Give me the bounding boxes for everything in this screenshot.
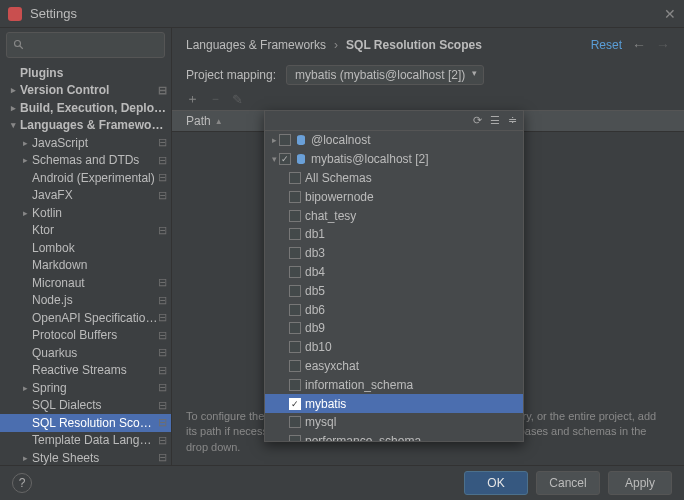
sidebar-item[interactable]: Quarkus⊟ — [0, 344, 171, 362]
checkbox[interactable] — [289, 285, 301, 297]
chevron-icon: ▸ — [20, 383, 30, 393]
schema-item[interactable]: performance_schema — [265, 432, 523, 441]
project-mapping-combo[interactable]: mybatis (mybatis@localhost [2]) — [286, 65, 484, 85]
settings-tree[interactable]: Plugins▸Version Control⊟▸Build, Executio… — [0, 62, 171, 465]
schema-item[interactable]: db3 — [265, 244, 523, 263]
sidebar-item[interactable]: ▸Build, Execution, Deployment — [0, 99, 171, 117]
sidebar-item[interactable]: Node.js⊟ — [0, 292, 171, 310]
schema-item[interactable]: ▸@localnost — [265, 131, 523, 150]
checkbox[interactable] — [289, 266, 301, 278]
sidebar-item[interactable]: Markdown — [0, 257, 171, 275]
sidebar-item[interactable]: ▸Style Sheets⊟ — [0, 449, 171, 465]
sidebar-item[interactable]: OpenAPI Specifications⊟ — [0, 309, 171, 327]
sidebar-item[interactable]: ▸Kotlin — [0, 204, 171, 222]
schema-item[interactable]: All Schemas — [265, 169, 523, 188]
checkbox[interactable] — [289, 172, 301, 184]
chevron-icon — [20, 295, 30, 305]
add-button[interactable]: ＋ — [186, 90, 199, 108]
scope-icon: ⊟ — [158, 434, 167, 447]
chevron-icon — [20, 330, 30, 340]
sidebar-item[interactable]: ▸Schemas and DTDs⊟ — [0, 152, 171, 170]
sidebar-item-label: Spring — [32, 381, 158, 395]
reset-link[interactable]: Reset — [591, 38, 622, 52]
schema-item[interactable]: mybatis — [265, 394, 523, 413]
checkbox[interactable] — [279, 153, 291, 165]
checkbox[interactable] — [289, 341, 301, 353]
search-input[interactable] — [6, 32, 165, 58]
checkbox[interactable] — [289, 398, 301, 410]
schema-item[interactable]: db4 — [265, 263, 523, 282]
checkbox[interactable] — [289, 360, 301, 372]
chevron-icon: ▸ — [20, 155, 30, 165]
schema-label: @localnost — [311, 133, 523, 147]
sidebar: Plugins▸Version Control⊟▸Build, Executio… — [0, 28, 172, 465]
content-pane: Languages & Frameworks › SQL Resolution … — [172, 28, 684, 465]
checkbox[interactable] — [289, 416, 301, 428]
schema-item[interactable]: db9 — [265, 319, 523, 338]
sidebar-item[interactable]: JavaFX⊟ — [0, 187, 171, 205]
schema-label: db9 — [305, 321, 523, 335]
checkbox[interactable] — [289, 435, 301, 441]
sidebar-item[interactable]: Reactive Streams⊟ — [0, 362, 171, 380]
checkbox[interactable] — [289, 379, 301, 391]
table-body[interactable]: ⟳ ☰ ≑ ▸@localnost▾mybatis@localhost [2]A… — [172, 132, 684, 399]
checkbox[interactable] — [289, 304, 301, 316]
schema-item[interactable]: db6 — [265, 300, 523, 319]
sidebar-item-label: Template Data Languages — [32, 433, 158, 447]
svg-point-7 — [297, 160, 305, 164]
sidebar-item[interactable]: ▸Version Control⊟ — [0, 82, 171, 100]
collapse-icon[interactable]: ≑ — [508, 114, 517, 127]
scope-icon: ⊟ — [158, 171, 167, 184]
sidebar-item[interactable]: ▸Spring⊟ — [0, 379, 171, 397]
schema-item[interactable]: db5 — [265, 281, 523, 300]
schema-item[interactable]: easyxchat — [265, 357, 523, 376]
app-icon — [8, 7, 22, 21]
sidebar-item[interactable]: Plugins — [0, 64, 171, 82]
refresh-icon[interactable]: ⟳ — [473, 114, 482, 127]
expand-icon[interactable]: ☰ — [490, 114, 500, 127]
checkbox[interactable] — [289, 191, 301, 203]
sidebar-item[interactable]: Template Data Languages⊟ — [0, 432, 171, 450]
sidebar-item[interactable]: Lombok — [0, 239, 171, 257]
ok-button[interactable]: OK — [464, 471, 528, 495]
help-button[interactable]: ? — [12, 473, 32, 493]
checkbox[interactable] — [289, 322, 301, 334]
scope-icon: ⊟ — [158, 416, 167, 429]
back-icon[interactable]: ← — [632, 37, 646, 53]
sidebar-item[interactable]: SQL Resolution Scopes⊟ — [0, 414, 171, 432]
chevron-icon — [20, 260, 30, 270]
sidebar-item[interactable]: Protocol Buffers⊟ — [0, 327, 171, 345]
schema-item[interactable]: information_schema — [265, 375, 523, 394]
chevron-icon: ▸ — [8, 103, 18, 113]
schema-item[interactable]: db10 — [265, 338, 523, 357]
schema-item[interactable]: bipowernode — [265, 187, 523, 206]
checkbox[interactable] — [289, 247, 301, 259]
checkbox[interactable] — [279, 134, 291, 146]
popup-tree[interactable]: ▸@localnost▾mybatis@localhost [2]All Sch… — [265, 131, 523, 441]
breadcrumb-separator: › — [334, 38, 338, 52]
checkbox[interactable] — [289, 210, 301, 222]
sidebar-item-label: Micronaut — [32, 276, 158, 290]
checkbox[interactable] — [289, 228, 301, 240]
sidebar-item[interactable]: Android (Experimental)⊟ — [0, 169, 171, 187]
sidebar-item[interactable]: SQL Dialects⊟ — [0, 397, 171, 415]
sidebar-item[interactable]: Ktor⊟ — [0, 222, 171, 240]
apply-button[interactable]: Apply — [608, 471, 672, 495]
path-column-header[interactable]: Path — [186, 114, 211, 128]
edit-button: ✎ — [232, 92, 243, 107]
cancel-button[interactable]: Cancel — [536, 471, 600, 495]
chevron-icon — [20, 348, 30, 358]
sidebar-item[interactable]: Micronaut⊟ — [0, 274, 171, 292]
sidebar-item-label: Android (Experimental) — [32, 171, 158, 185]
schema-item[interactable]: db1 — [265, 225, 523, 244]
close-icon[interactable]: ✕ — [664, 6, 676, 22]
sidebar-item[interactable]: ▾Languages & Frameworks — [0, 117, 171, 135]
chevron-icon — [20, 365, 30, 375]
sidebar-item[interactable]: ▸JavaScript⊟ — [0, 134, 171, 152]
breadcrumb-item[interactable]: Languages & Frameworks — [186, 38, 326, 52]
schema-item[interactable]: ▾mybatis@localhost [2] — [265, 150, 523, 169]
schema-item[interactable]: mysql — [265, 413, 523, 432]
schema-label: mybatis@localhost [2] — [311, 152, 523, 166]
schema-item[interactable]: chat_tesy — [265, 206, 523, 225]
scope-icon: ⊟ — [158, 311, 167, 324]
